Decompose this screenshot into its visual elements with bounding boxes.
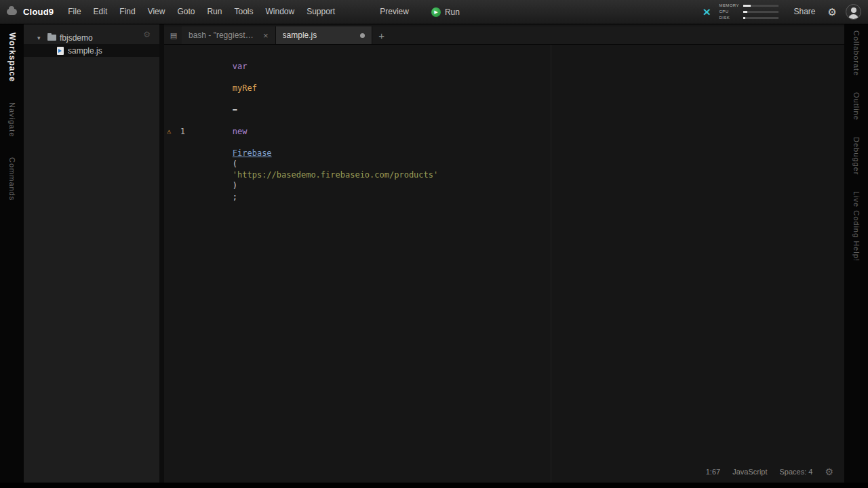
folder-label: fbjsdemo [60,33,93,43]
tab-bash-terminal[interactable]: bash - "reggiesteppa" × [182,26,276,44]
code-editor[interactable]: ⚠ 1 var myRef = new Firebase ( 'https://… [164,45,844,483]
editor-tabbar: ▤ bash - "reggiesteppa" × sample.js + [164,26,844,45]
run-button[interactable]: ▶ Run [426,7,465,17]
settings-gear-icon[interactable]: ⚙ [828,6,837,18]
code-text: var myRef = new Firebase ( 'https://base… [190,50,438,213]
statusbar-gear-icon[interactable]: ⚙ [825,466,833,477]
left-rail: Workspace Navigate Commands [0,24,24,483]
js-file-icon [57,47,64,55]
menu-find[interactable]: Find [113,0,141,24]
menu-tools[interactable]: Tools [228,0,259,24]
new-tab-button[interactable]: + [372,26,391,44]
stat-cpu: CPU [719,9,778,14]
disclosure-triangle-icon[interactable]: ▾ [37,35,44,41]
resource-stats[interactable]: MEMORY CPU DISK [719,3,778,20]
panel-splitter[interactable] [159,24,164,483]
language-mode[interactable]: JavaScript [732,468,767,476]
menubar: Cloud9 File Edit Find View Goto Run Tool… [0,0,868,24]
tab-label: bash - "reggiesteppa" [189,30,258,40]
token-paren-close: ) [233,181,237,190]
stat-memory-label: MEMORY [719,3,740,8]
token-semicolon: ; [233,192,237,201]
user-avatar[interactable] [846,4,861,20]
modified-dot-icon [360,33,365,38]
run-label: Run [445,7,460,17]
token-string-url: 'https://basedemo.firebaseio.com/product… [233,170,438,180]
menu-file[interactable]: File [62,0,87,24]
file-label: sample.js [68,46,102,56]
menu-view[interactable]: View [142,0,172,24]
preview-button[interactable]: Preview [374,0,415,24]
menu-goto[interactable]: Goto [171,0,201,24]
cpu-bar-fill [743,11,747,13]
token-operator-equals: = [233,105,237,115]
rail-tab-workspace[interactable]: Workspace [7,33,17,82]
statusbar: 1:67 JavaScript Spaces: 4 ⚙ [706,466,833,477]
app-logo[interactable]: Cloud9 [23,7,54,17]
share-button[interactable]: Share [788,0,822,24]
rail-tab-debugger[interactable]: Debugger [852,137,861,175]
tab-samplejs[interactable]: sample.js [276,26,372,44]
close-tab-icon[interactable]: × [263,31,269,40]
indent-setting[interactable]: Spaces: 4 [780,468,813,476]
token-variable-myref: myRef [233,83,257,93]
disk-bar [743,17,778,19]
menu-window[interactable]: Window [259,0,300,24]
cpu-bar [743,11,778,13]
collab-icon[interactable]: ✕ [703,6,711,18]
token-space [233,116,237,125]
tab-label: sample.js [283,30,317,40]
editor-region: ▤ bash - "reggiesteppa" × sample.js + ⚠ … [164,24,844,483]
token-space [233,94,237,104]
rail-tab-navigate[interactable]: Navigate [8,102,16,137]
warning-icon[interactable]: ⚠ [167,126,171,137]
disk-bar-fill [743,17,746,19]
rail-tab-collaborate[interactable]: Collaborate [852,30,861,76]
rail-tab-outline[interactable]: Outline [852,92,861,121]
tab-list-icon[interactable]: ▤ [165,26,182,44]
memory-bar [743,5,778,7]
stat-memory: MEMORY [719,3,778,8]
play-icon: ▶ [431,7,441,17]
menu-edit[interactable]: Edit [87,0,114,24]
file-tree: ⚙ ▾ fbjsdemo sample.js [24,24,159,483]
rail-tab-live-coding-help[interactable]: Live Coding Help! [852,191,861,262]
token-keyword-var: var [233,62,248,71]
folder-icon [47,35,56,41]
stat-disk: DISK [719,16,778,20]
right-rail: Collaborate Outline Debugger Live Coding… [844,24,868,483]
menu-support[interactable]: Support [300,0,341,24]
stat-disk-label: DISK [719,16,740,20]
tree-folder-fbjsdemo[interactable]: ▾ fbjsdemo [24,31,159,44]
token-function-firebase: Firebase [233,148,272,158]
memory-bar-fill [743,5,751,7]
token-paren-open: ( [233,159,237,169]
cloud-icon [7,9,17,15]
tree-settings-icon[interactable]: ⚙ [143,30,151,39]
gutter[interactable]: ⚠ 1 [164,50,190,213]
rail-tab-commands[interactable]: Commands [8,157,16,201]
cursor-position[interactable]: 1:67 [706,468,720,476]
menu-run[interactable]: Run [201,0,228,24]
stat-cpu-label: CPU [719,9,740,14]
line-number: 1 [180,126,185,137]
tree-file-samplejs[interactable]: sample.js [24,44,159,57]
token-space [233,138,237,147]
token-space [233,73,237,82]
token-keyword-new: new [233,127,248,136]
code-line-1: ⚠ 1 var myRef = new Firebase ( 'https://… [164,50,844,213]
